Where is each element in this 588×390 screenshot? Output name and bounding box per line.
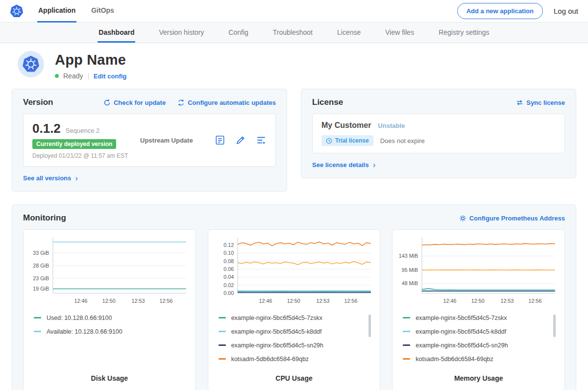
status-text: Ready (63, 72, 83, 80)
svg-text:28 GiB: 28 GiB (33, 263, 49, 268)
legend-scrollbar[interactable] (553, 315, 556, 337)
svg-text:0.08: 0.08 (223, 258, 234, 264)
logout-button[interactable]: Log out (554, 7, 578, 15)
legend-label: example-nginx-5bc6f5d4c5-sn29h (231, 342, 323, 349)
chevron-right-icon: › (75, 174, 78, 182)
subnav-version-history[interactable]: Version history (158, 23, 205, 43)
subnav-dashboard[interactable]: Dashboard (98, 23, 135, 43)
svg-text:0.12: 0.12 (223, 242, 234, 248)
legend-label: example-nginx-5bc6f5d4c5-k8ddf (416, 328, 506, 335)
legend-item: kotsadm-5db6dc6584-69qbz (403, 356, 548, 363)
edit-config-link[interactable]: Edit config (94, 73, 126, 80)
kubernetes-app-icon (22, 55, 40, 73)
subnav-registry-settings[interactable]: Registry settings (438, 23, 490, 43)
configure-prometheus-label: Configure Prometheus Address (469, 215, 565, 222)
cpu-usage-chart: 0.000.020.040.060.080.100.1212:4612:5012… (208, 229, 381, 390)
license-title: License (312, 98, 343, 107)
svg-text:19 GiB: 19 GiB (33, 286, 49, 292)
app-logo (18, 51, 44, 77)
sync-license-link[interactable]: Sync license (516, 99, 565, 106)
svg-text:0.06: 0.06 (223, 266, 234, 272)
svg-text:143 MiB: 143 MiB (399, 253, 418, 259)
app-header: App Name Ready | Edit config (12, 43, 576, 83)
divider: | (87, 72, 89, 80)
legend-swatch (219, 331, 226, 332)
subnav-config[interactable]: Config (227, 23, 249, 43)
legend-label: example-nginx-5bc6f5d4c5-k8ddf (231, 328, 322, 335)
svg-text:12:56: 12:56 (344, 298, 357, 304)
sync-license-label: Sync license (526, 99, 565, 106)
legend-swatch (403, 331, 410, 332)
see-license-details-label: See license details (312, 161, 369, 169)
upstream-update-label: Upstream Update (140, 137, 209, 144)
legend-label: Used: 10.128.0.66:9100 (47, 315, 112, 321)
legend-item: example-nginx-5bc6f5d4c5-7zskx (403, 315, 548, 321)
svg-text:48 MiB: 48 MiB (402, 280, 418, 286)
legend-swatch (219, 358, 226, 360)
legend-item: example-nginx-5bc6f5d4c5-k8ddf (219, 328, 364, 335)
chart-legend: example-nginx-5bc6f5d4c5-7zskxexample-ng… (403, 315, 548, 363)
check-for-update-link[interactable]: Check for update (103, 99, 166, 106)
add-application-button[interactable]: Add a new application (457, 3, 543, 19)
top-navbar: Application GitOps Add a new application… (0, 0, 588, 23)
see-all-versions-label: See all versions (23, 174, 71, 182)
chart-canvas: 19 GiB23 GiB28 GiB33 GiB12:4612:5012:531… (30, 236, 189, 307)
legend-swatch (219, 344, 226, 346)
see-license-details-link[interactable]: See license details › (312, 161, 375, 169)
chart-legend: example-nginx-5bc6f5d4c5-7zskxexample-ng… (219, 315, 364, 363)
legend-item: example-nginx-5bc6f5d4c5-7zskx (219, 315, 364, 321)
svg-text:33 GiB: 33 GiB (33, 250, 49, 256)
legend-swatch (403, 317, 410, 318)
subnav-license[interactable]: License (336, 23, 362, 43)
deployed-version-badge: Currently deployed version (32, 139, 116, 149)
subnav-troubleshoot[interactable]: Troubleshoot (272, 23, 314, 43)
legend-swatch (34, 331, 41, 332)
kubernetes-logo[interactable] (10, 4, 24, 18)
svg-text:0.04: 0.04 (223, 274, 234, 280)
version-sequence: Sequence 2 (66, 127, 99, 134)
trial-license-label: Trial license (335, 137, 369, 144)
legend-label: kotsadm-5db6dc6584-69qbz (231, 356, 309, 363)
legend-label: example-nginx-5bc6f5d4c5-7zskx (231, 315, 322, 321)
see-all-versions-link[interactable]: See all versions › (23, 174, 78, 182)
legend-item: kotsadm-5db6dc6584-69qbz (219, 356, 364, 363)
kubernetes-logo-glyph (10, 4, 24, 18)
nav-tab-application[interactable]: Application (37, 0, 76, 23)
svg-text:12:50: 12:50 (287, 298, 300, 304)
clock-icon (326, 138, 332, 144)
svg-text:12:46: 12:46 (259, 298, 272, 304)
chevron-right-icon: › (373, 161, 376, 169)
subnav-view-files[interactable]: View files (384, 23, 415, 43)
nav-tab-gitops[interactable]: GitOps (90, 0, 115, 23)
svg-text:12:53: 12:53 (501, 298, 514, 304)
customer-name: My Customer (321, 121, 371, 130)
configure-automatic-updates-link[interactable]: Configure automatic updates (177, 99, 276, 106)
gear-icon (459, 215, 466, 222)
deployed-timestamp: Deployed 01/21/22 @ 11:57 am EST (32, 152, 134, 159)
svg-text:0.00: 0.00 (223, 290, 234, 296)
auto-update-icon (177, 99, 185, 106)
chart-plot-area: 0.000.020.040.060.080.100.1212:4612:5012… (215, 236, 374, 307)
chart-title: CPU Usage (215, 370, 374, 387)
license-panel: License Sync license My Customer Unstabl… (301, 89, 576, 178)
legend-swatch (219, 317, 226, 318)
chart-canvas: 48 MiB95 MiB143 MiB12:4612:5012:5312:56 (399, 236, 558, 307)
svg-text:12:56: 12:56 (529, 298, 542, 304)
version-title: Version (23, 98, 53, 107)
version-number: 0.1.2 (32, 121, 61, 136)
monitoring-title: Monitoring (23, 213, 66, 223)
sync-icon (516, 99, 523, 106)
configure-prometheus-link[interactable]: Configure Prometheus Address (459, 215, 565, 222)
monitoring-panel: Monitoring Configure Prometheus Address … (12, 204, 576, 390)
release-notes-icon[interactable] (215, 135, 225, 146)
page-title: App Name (55, 52, 126, 68)
app-subnav: Dashboard Version history Config Trouble… (0, 23, 588, 43)
svg-text:95 MiB: 95 MiB (402, 267, 418, 273)
edit-config-icon[interactable] (235, 135, 246, 146)
chart-plot-area: 19 GiB23 GiB28 GiB33 GiB12:4612:5012:531… (30, 236, 189, 307)
legend-scrollbar[interactable] (368, 315, 371, 337)
svg-text:0.10: 0.10 (223, 250, 234, 256)
legend-item: example-nginx-5bc6f5d4c5-sn29h (403, 342, 548, 349)
ready-status-dot (55, 74, 59, 78)
deploy-logs-icon[interactable] (256, 135, 267, 146)
